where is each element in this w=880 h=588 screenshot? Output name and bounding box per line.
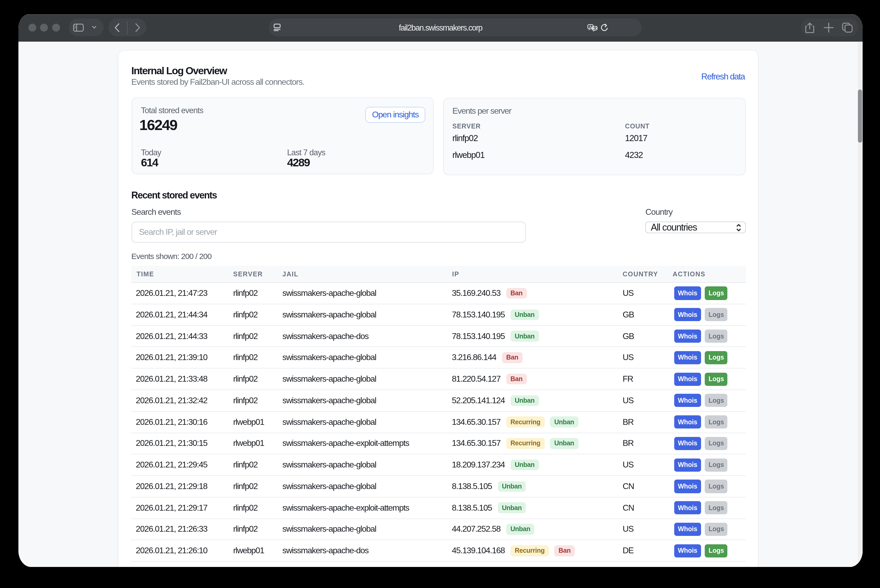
svg-text:文: 文 [593,26,597,30]
svg-text:A: A [589,24,592,29]
